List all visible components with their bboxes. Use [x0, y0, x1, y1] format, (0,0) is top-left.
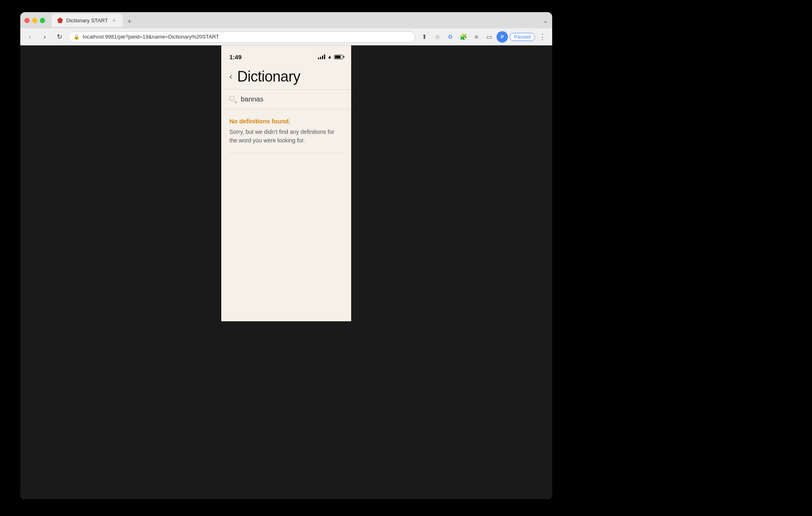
browser-window: Dictionary START × + ⌄ ‹ › ↻ 🔒 localhost… — [20, 12, 552, 499]
close-window-button[interactable] — [24, 18, 30, 23]
results-area: No definitions found. Sorry, but we didn… — [221, 110, 351, 161]
results-divider — [229, 153, 343, 153]
profile-button[interactable]: P — [497, 31, 508, 43]
tab-favicon-icon — [57, 17, 63, 23]
search-input[interactable]: bannas — [241, 95, 263, 103]
search-icon — [229, 96, 237, 103]
nav-bar: ‹ › ↻ 🔒 localhost:9981/pie?pieid=19&name… — [20, 28, 552, 45]
traffic-lights — [24, 18, 45, 23]
page-content: 1:49 ▲ ‹ Dictionary — [20, 45, 552, 499]
phone-frame: 1:49 ▲ ‹ Dictionary — [221, 45, 351, 321]
address-bar[interactable]: 🔒 localhost:9981/pie?pieid=19&name=Dicti… — [68, 31, 415, 43]
bookmark-button[interactable]: ☆ — [432, 31, 443, 43]
share-button[interactable]: ⬆ — [419, 31, 430, 43]
status-bar: 1:49 ▲ — [221, 45, 351, 63]
app-title: Dictionary — [237, 68, 300, 85]
signal-bar-3 — [322, 56, 323, 59]
minimize-window-button[interactable] — [32, 18, 37, 23]
no-definitions-title: No definitions found. — [229, 118, 343, 125]
maximize-window-button[interactable] — [40, 18, 45, 23]
paused-button[interactable]: Paused — [510, 33, 535, 41]
status-icons: ▲ — [318, 54, 343, 60]
battery-icon — [334, 55, 343, 59]
wifi-icon: ▲ — [327, 54, 332, 60]
signal-bars-icon — [318, 54, 325, 59]
paused-label: Paused — [514, 34, 531, 40]
signal-bar-2 — [320, 57, 321, 59]
lock-icon: 🔒 — [73, 34, 80, 40]
battery-fill — [335, 56, 341, 58]
forward-button[interactable]: › — [39, 31, 50, 43]
nav-actions: ⬆ ☆ G 🧩 ≡ ▭ P Paused ⋮ — [419, 31, 548, 43]
back-button[interactable]: ‹ — [24, 31, 36, 43]
signal-bar-4 — [324, 54, 325, 59]
tab-close-button[interactable]: × — [111, 17, 117, 23]
app-header: ‹ Dictionary — [221, 63, 351, 90]
signal-bar-1 — [318, 58, 319, 59]
extensions-menu-button[interactable]: ≡ — [471, 31, 482, 43]
no-definitions-body: Sorry, but we didn't find any definition… — [229, 128, 343, 145]
search-handle — [235, 101, 237, 103]
tab-bar: Dictionary START × + ⌄ — [20, 12, 552, 28]
back-button[interactable]: ‹ — [229, 71, 232, 82]
new-tab-button[interactable]: + — [124, 16, 135, 27]
search-area: bannas — [221, 90, 351, 110]
tab-title: Dictionary START — [66, 17, 108, 24]
profile-initial: P — [501, 34, 504, 39]
extensions-button[interactable]: 🧩 — [458, 31, 469, 43]
translate-button[interactable]: G — [445, 31, 456, 43]
reload-button[interactable]: ↻ — [54, 31, 65, 43]
search-circle — [229, 96, 235, 101]
sidebar-button[interactable]: ▭ — [484, 31, 495, 43]
remaining-space — [221, 161, 351, 321]
tabs-area: Dictionary START × + — [52, 14, 540, 27]
tab-overflow-button[interactable]: ⌄ — [543, 17, 548, 24]
browser-menu-button[interactable]: ⋮ — [537, 31, 548, 43]
address-text: localhost:9981/pie?pieid=19&name=Diction… — [83, 34, 410, 40]
active-tab[interactable]: Dictionary START × — [52, 14, 123, 27]
status-time: 1:49 — [229, 54, 242, 60]
